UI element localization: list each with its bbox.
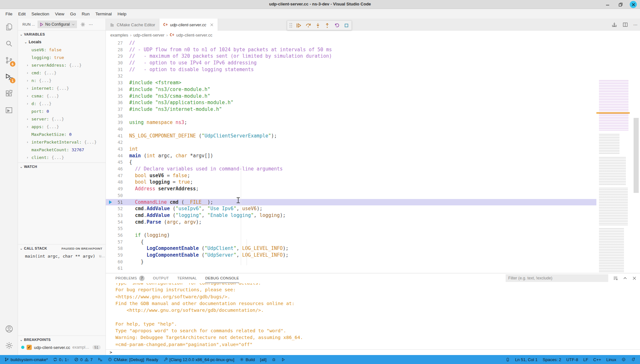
expand-chevron-icon[interactable]: › — [27, 102, 31, 105]
status-item-0-1[interactable]: 0↓ 1↑ — [50, 355, 72, 364]
expand-chevron-icon[interactable]: › — [27, 79, 31, 82]
code-line-48[interactable]: 48 bool logging = true; — [106, 179, 597, 186]
variable-row-csma[interactable]: ›csma: {...} — [18, 92, 105, 100]
variable-row-port[interactable]: port: 0 — [18, 107, 105, 115]
code-line-52[interactable]: 52 cmd.AddValue ("useIpv6", "Use Ipv6", … — [106, 205, 597, 212]
status-item-feedback[interactable] — [619, 355, 628, 364]
code-line-41[interactable]: 41NS_LOG_COMPONENT_DEFINE ("UdpClientSer… — [106, 133, 597, 139]
menu-item-go[interactable]: Go — [67, 10, 79, 18]
variable-row-logging[interactable]: logging: true — [18, 54, 105, 61]
more-actions-icon[interactable]: ⋯ — [89, 22, 93, 27]
code-line-45[interactable]: 45{ — [106, 159, 597, 166]
account-icon[interactable] — [0, 320, 18, 337]
restart-icon[interactable] — [334, 22, 340, 29]
status-item-build[interactable]: Build — [237, 355, 257, 364]
call-stack-section-header[interactable]: ⌄CALL STACKPAUSED ON BREAKPOINT — [18, 244, 105, 252]
breakpoints-section-header[interactable]: ⌄BREAKPOINTS — [18, 336, 105, 343]
editor-scrollbar[interactable] — [632, 78, 640, 273]
variable-row-maxPacketCount[interactable]: maxPacketCount: 32767 — [18, 146, 105, 153]
code-line-42[interactable]: 42 — [106, 139, 597, 146]
code-line-54[interactable]: 54 cmd.Parse (argc, argv); — [106, 219, 597, 226]
status-item-cmake-debug-ready[interactable]: CMake: [Debug]: Ready — [105, 355, 161, 364]
status-item-screen[interactable] — [503, 355, 512, 364]
variable-row-client[interactable]: ›client: {...} — [18, 153, 105, 161]
source-control-icon[interactable]: 6 — [0, 52, 18, 69]
expand-chevron-icon[interactable]: › — [27, 71, 31, 75]
code-line-44[interactable]: 44main (int argc, char *argv[]) — [106, 153, 597, 159]
tab-udp-client-server-cc[interactable]: C+udp-client-server.cc — [159, 19, 218, 31]
minimap[interactable] — [596, 78, 632, 273]
menu-item-run[interactable]: Run — [79, 10, 93, 18]
panel-tab-problems[interactable]: PROBLEMS7 — [115, 273, 145, 283]
code-line-57[interactable]: 57 { — [106, 239, 597, 245]
continue-icon[interactable] — [296, 22, 302, 29]
status-item-all[interactable]: [all] — [257, 355, 269, 364]
variable-row-d[interactable]: ›d: {...} — [18, 100, 105, 107]
code-line-36[interactable]: 36#include "ns3/applications-module.h" — [106, 99, 597, 106]
minimize-icon[interactable] — [604, 1, 611, 8]
variable-row-internet[interactable]: ›internet: {...} — [18, 84, 105, 92]
status-item-lf[interactable]: LF — [581, 355, 591, 364]
status-item-bug[interactable] — [269, 355, 279, 364]
variable-row-n[interactable]: ›n: {...} — [18, 77, 105, 84]
variable-row-cmd[interactable]: ›cmd: {...} — [18, 69, 105, 77]
breadcrumb-item[interactable]: udp-client-server.cc — [176, 33, 213, 37]
status-item-c++[interactable]: C++ — [591, 355, 604, 364]
status-item-debug-alt[interactable] — [95, 355, 105, 364]
settings-gear-icon[interactable] — [0, 337, 18, 354]
maximize-panel-icon[interactable] — [623, 276, 627, 281]
panel-tab-output[interactable]: OUTPUT — [153, 273, 169, 283]
menu-item-selection[interactable]: Selection — [29, 10, 52, 18]
code-line-51[interactable]: 51 CommandLine cmd (__FILE__); — [106, 199, 597, 206]
code-line-53[interactable]: 53 cmd.AddValue ("logging", "Enable logg… — [106, 212, 597, 219]
drag-grip-icon[interactable] — [289, 23, 292, 28]
close-window-icon[interactable] — [630, 1, 637, 8]
menu-item-edit[interactable]: Edit — [15, 10, 29, 18]
code-line-37[interactable]: 37#include "ns3/internet-module.h" — [106, 106, 597, 113]
scrollbar-thumb[interactable] — [634, 118, 639, 193]
explorer-icon[interactable] — [0, 19, 18, 35]
expand-chevron-icon[interactable]: › — [27, 140, 31, 144]
code-editor[interactable]: 27//28// - UDP flow from n0 to n1 of 102… — [106, 39, 640, 273]
status-item-bell[interactable] — [628, 355, 638, 364]
menu-item-view[interactable]: View — [52, 10, 67, 18]
start-debug-icon[interactable] — [39, 22, 44, 27]
search-icon[interactable] — [0, 35, 18, 52]
expand-chevron-icon[interactable]: › — [27, 87, 31, 90]
menu-item-terminal[interactable]: Terminal — [92, 10, 114, 18]
code-line-59[interactable]: 59 LogComponentEnable ("UdpServer", LOG_… — [106, 252, 597, 259]
step-into-icon[interactable] — [315, 22, 321, 29]
close-panel-icon[interactable] — [632, 276, 637, 281]
code-line-35[interactable]: 35#include "ns3/csma-module.h" — [106, 93, 597, 100]
extensions-icon[interactable] — [0, 85, 18, 102]
status-item-linux[interactable]: Linux — [604, 355, 619, 364]
stack-frame[interactable]: main(int argc, char ** argv)u… — [18, 252, 105, 260]
code-line-28[interactable]: 28// - UDP flow from n0 to n1 of 1024 by… — [106, 46, 597, 53]
menu-item-help[interactable]: Help — [114, 10, 129, 18]
step-over-icon[interactable] — [305, 22, 312, 29]
variable-row-MaxPacketSize[interactable]: MaxPacketSize: 0 — [18, 130, 105, 138]
code-line-50[interactable]: 50 — [106, 192, 597, 199]
close-tab-icon[interactable] — [210, 23, 214, 27]
expand-chevron-icon[interactable]: › — [27, 125, 31, 128]
locals-scope[interactable]: ⌄Locals — [18, 38, 105, 46]
step-out-icon[interactable] — [324, 22, 331, 29]
code-line-39[interactable]: 39using namespace ns3; — [106, 119, 597, 126]
menu-item-file[interactable]: File — [3, 10, 15, 18]
code-line-55[interactable]: 55 — [106, 225, 597, 232]
restore-icon[interactable] — [617, 1, 624, 8]
more-actions-icon[interactable]: ⋯ — [633, 22, 637, 27]
code-line-34[interactable]: 34#include "ns3/core-module.h" — [106, 86, 597, 93]
status-item-utf-8[interactable]: UTF-8 — [564, 355, 581, 364]
variable-row-useV6[interactable]: useV6: false — [18, 46, 105, 54]
status-item-ln-51-col-1[interactable]: Ln 51, Col 1 — [512, 355, 540, 364]
breadcrumb-item[interactable]: udp-client-server — [133, 33, 164, 37]
expand-chevron-icon[interactable]: › — [27, 94, 31, 98]
split-editor-icon[interactable] — [622, 22, 628, 28]
console-filter-input[interactable] — [506, 274, 608, 282]
code-line-61[interactable]: 61 — [106, 265, 597, 272]
status-item-play[interactable] — [279, 355, 288, 364]
testing-icon[interactable] — [0, 102, 18, 119]
code-line-30[interactable]: 30// - option to use IPv4 or IPv6 addres… — [106, 60, 597, 66]
run-and-debug-icon[interactable]: 1 — [0, 69, 18, 85]
